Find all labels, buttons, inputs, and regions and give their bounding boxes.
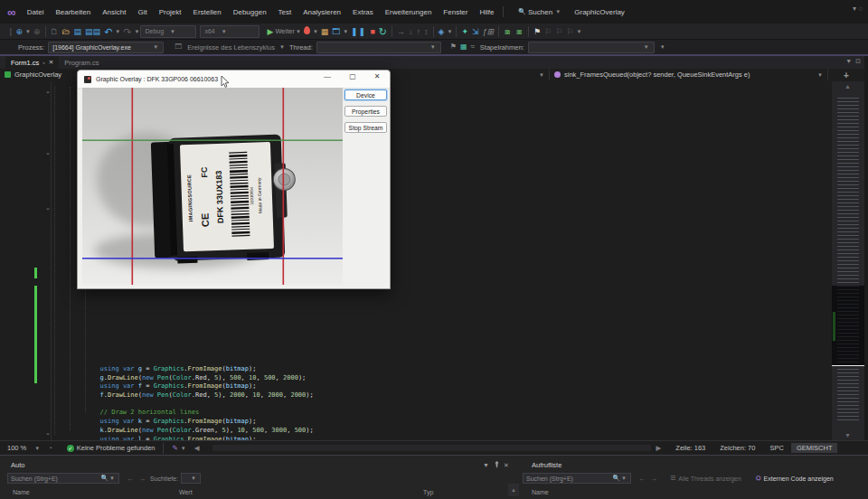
code-line[interactable]: using var f = Graphics.FromImage(bitmap)… <box>54 382 824 391</box>
fold-chevron-icon[interactable]: ⌄ <box>45 149 51 156</box>
autos-scroll-up-icon[interactable]: ▲ <box>508 484 519 496</box>
menu-debuggen[interactable]: Debuggen <box>227 8 272 16</box>
code-line[interactable]: g.DrawLine(new Pen(Color.Red, 5), 500, 1… <box>54 374 824 383</box>
save-all-icon[interactable]: ▤▤ <box>85 27 100 36</box>
parallel-stacks-icon[interactable]: ▦ <box>460 42 467 52</box>
autos-col-type[interactable]: Typ <box>423 489 433 495</box>
show-ui-tools-icon[interactable]: 🗔 <box>332 27 340 36</box>
menu-ansicht[interactable]: Ansicht <box>97 8 132 16</box>
search-next-icon[interactable]: → <box>138 475 146 483</box>
code-line[interactable]: f.DrawLine(new Pen(Color.Red, 5), 2000, … <box>54 391 824 400</box>
new-file-icon[interactable]: 🗋 <box>51 27 59 36</box>
callstack-col-name[interactable]: Name <box>532 489 549 495</box>
platform-dropdown[interactable]: x64▼ <box>200 25 259 38</box>
lifecycle-events-icon[interactable]: 🗖 <box>175 42 182 52</box>
navigate-forward-icon[interactable]: ⊕ <box>33 27 41 36</box>
bookmark-icon[interactable]: ⚑ <box>533 27 541 36</box>
split-editor-icon[interactable]: + <box>844 71 849 80</box>
overlay-window-titlebar[interactable]: Graphic Overlay : DFK 33GP006 06610063 <box>78 71 390 89</box>
step-back-icon[interactable]: ↕ <box>424 27 429 36</box>
code-line[interactable] <box>54 400 824 410</box>
code-cleanup-icon[interactable]: ✎ <box>173 444 178 452</box>
hscroll-left-icon[interactable]: ◀ <box>194 444 200 452</box>
code-line[interactable]: // Draw 2 horizontal lines <box>54 409 824 418</box>
thread-dropdown[interactable]: ▼ <box>316 42 441 53</box>
hscroll-right-icon[interactable]: ▶ <box>656 444 662 452</box>
tab-close-icon[interactable]: ✕ <box>49 59 53 66</box>
member-dropdown[interactable]: sink_FramesQueued(object? sender, QueueS… <box>550 69 828 80</box>
autos-col-value[interactable]: Wert <box>179 489 193 495</box>
menu-datei[interactable]: Datei <box>21 8 50 16</box>
code-line[interactable]: using var k = Graphics.FromImage(bitmap)… <box>54 418 824 427</box>
overlay-device-button[interactable]: Device <box>344 89 387 100</box>
scroll-up-icon[interactable]: ▲ <box>844 83 851 89</box>
prev-bookmark-icon[interactable]: ⚐ <box>544 27 552 36</box>
callstack-search-input[interactable]: Suchen (Strg+E) 🔍 ▼ <box>523 473 631 484</box>
show-all-threads-button[interactable]: ☰ Alle Threads anzeigen <box>670 475 741 482</box>
overlay-stop-stream-button[interactable]: Stop Stream <box>344 122 387 133</box>
chevron-down-icon[interactable]: ▼ <box>296 29 301 34</box>
horizontal-scrollbar[interactable] <box>212 445 651 451</box>
screenshot-icon[interactable]: ▦ <box>321 27 329 36</box>
continue-label[interactable]: Weiter <box>275 27 295 35</box>
undo-icon[interactable]: ↶ <box>104 27 112 36</box>
callstack-prev-icon[interactable]: ← <box>638 475 646 483</box>
chevron-down-icon[interactable]: ▼ <box>313 29 318 34</box>
line-indicator[interactable]: Zeile: 163 <box>675 444 705 452</box>
spaces-indicator[interactable]: SPC <box>769 444 783 452</box>
menu-extras[interactable]: Extras <box>347 8 380 16</box>
stop-icon[interactable]: ■ <box>370 27 374 36</box>
pin-icon[interactable] <box>494 461 500 469</box>
diagnostics-icon[interactable]: ✦ <box>461 27 468 36</box>
process-dropdown[interactable]: [19664] GraphicOverlay.exe▼ <box>48 42 164 53</box>
tab-form1.cs[interactable]: Form1.cs◦✕ <box>5 56 59 69</box>
menu-git[interactable]: Git <box>132 8 153 16</box>
redo-icon[interactable]: ↷ <box>123 27 131 36</box>
menu-analysieren[interactable]: Analysieren <box>297 8 347 16</box>
chevron-down-icon[interactable]: ▼ <box>447 29 452 34</box>
restart-icon[interactable]: ↻ <box>379 27 387 36</box>
notification-bell-icon[interactable]: ▾ ◌ <box>853 5 863 13</box>
flag-threads-icon[interactable]: ⚑ <box>450 42 457 52</box>
menu-fenster[interactable]: Fenster <box>438 8 474 16</box>
line-ending-indicator[interactable]: GEMISCHT <box>791 443 838 453</box>
chevron-down-icon[interactable]: ▼ <box>621 475 627 481</box>
code-line[interactable]: k.DrawLine(new Pen(Color.Green, 5), 10, … <box>54 427 824 436</box>
search-depth-dropdown[interactable]: ▼ <box>181 473 201 484</box>
tab-program.cs[interactable]: Program.cs <box>59 56 104 69</box>
chevron-down-icon[interactable]: ▼ <box>343 29 348 34</box>
autos-col-name[interactable]: Name <box>13 489 30 495</box>
pause-icon[interactable]: ❚❚ <box>351 27 366 36</box>
step-over-icon[interactable]: ↓ <box>409 27 413 36</box>
zoom-level-dropdown[interactable]: 100 % <box>7 444 26 452</box>
tab-bar-options-icon[interactable]: ▼⊡ <box>845 58 864 65</box>
comment-in-icon[interactable]: 🗈 <box>504 27 512 36</box>
chevron-down-icon[interactable]: ▼ <box>135 29 140 34</box>
health-indicator-icon[interactable]: ◔ <box>48 444 52 452</box>
search-prev-icon[interactable]: ← <box>127 475 134 483</box>
chevron-down-icon[interactable]: ▼ <box>576 29 581 34</box>
window-position-icon[interactable]: ▼ <box>483 462 489 468</box>
next-bookmark-icon[interactable]: ⚐ <box>555 27 562 36</box>
suspend-icon[interactable]: ≈ <box>470 42 474 52</box>
menu-erstellen[interactable]: Erstellen <box>187 8 227 16</box>
minimap-scrollbar[interactable] <box>832 81 864 440</box>
solution-config-dropdown[interactable]: Debug▼ <box>140 25 196 38</box>
overlay-properties-button[interactable]: Properties <box>344 106 387 117</box>
callstack-next-icon[interactable]: → <box>650 475 657 483</box>
maximize-icon[interactable]: ▢ <box>345 72 360 80</box>
problems-status[interactable]: Keine Probleme gefunden <box>77 444 156 452</box>
fold-chevron-icon[interactable]: ⌄ <box>45 429 51 437</box>
shield-icon[interactable]: ◈ <box>439 27 445 36</box>
step-out-icon[interactable]: ↑ <box>417 27 421 36</box>
scroll-down-icon[interactable]: ▼ <box>844 432 851 438</box>
menu-projekt[interactable]: Projekt <box>153 8 187 16</box>
close-icon[interactable]: ✕ <box>370 72 384 80</box>
navigate-back-icon[interactable]: ⊕ <box>16 27 24 36</box>
lifecycle-events-button[interactable]: Ereignisse des Lebenszyklus <box>187 43 275 52</box>
menu-erweiterungen[interactable]: Erweiterungen <box>379 8 438 16</box>
goto-cursor-icon[interactable]: ⇲ <box>472 27 479 36</box>
hot-reload-icon[interactable] <box>304 26 310 36</box>
chevron-down-icon[interactable]: ▼ <box>25 29 31 34</box>
chevron-down-icon[interactable]: ▼ <box>279 44 285 50</box>
